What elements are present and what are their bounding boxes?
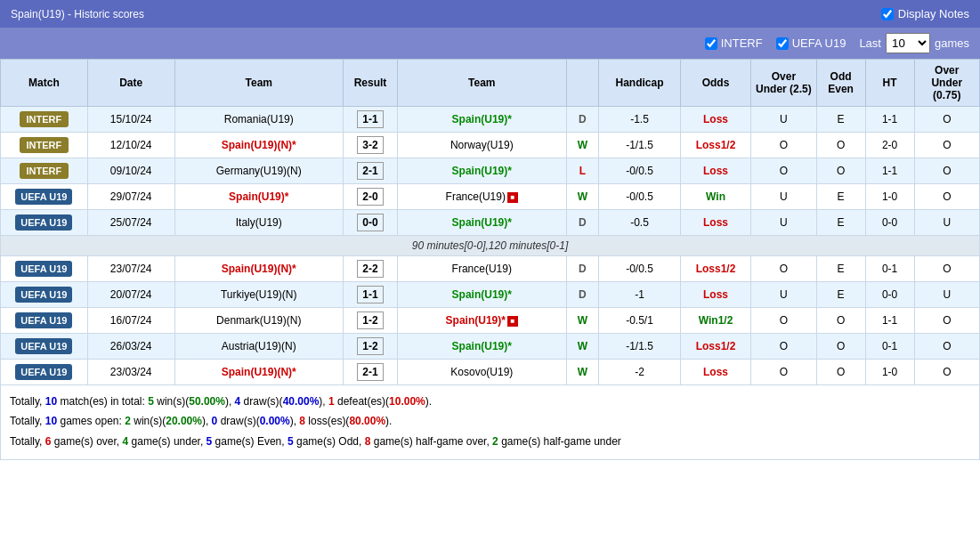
ou25-cell: U	[751, 184, 816, 210]
oe-cell: O	[816, 360, 865, 385]
odds-cell: Loss1/2	[680, 334, 750, 360]
team2-cell: France(U19)■	[398, 184, 566, 210]
match-type-cell: UEFA U19	[1, 308, 88, 334]
result-cell: 1-2	[343, 308, 397, 334]
oe-cell: O	[816, 133, 865, 158]
table-row: UEFA U19 23/03/24 Spain(U19)(N)* 2-1 Kos…	[1, 360, 980, 385]
summary-line3: Totally, 6 game(s) over, 4 game(s) under…	[10, 433, 970, 450]
team1-cell: Spain(U19)(N)*	[174, 256, 343, 282]
ou075-cell: O	[914, 334, 979, 360]
ht-cell: 1-1	[865, 107, 914, 133]
result-cell: 0-0	[343, 210, 397, 236]
ht-cell: 1-1	[865, 308, 914, 334]
page-title: Spain(U19) - Historic scores	[11, 8, 144, 20]
odds-cell: Loss	[680, 282, 750, 308]
team2-cell: Spain(U19)*	[398, 210, 566, 236]
uefa-label: UEFA U19	[792, 36, 846, 50]
direction-cell: W	[566, 184, 599, 210]
handicap-cell: -1.5	[599, 107, 681, 133]
date-cell: 29/07/24	[87, 184, 174, 210]
summary-line2: Totally, 10 games open: 2 win(s)(20.00%)…	[10, 412, 970, 430]
ou25-cell: U	[751, 210, 816, 236]
display-notes-checkbox[interactable]	[881, 8, 894, 20]
date-cell: 09/10/24	[87, 158, 174, 184]
last-label: Last	[859, 36, 881, 50]
result-cell: 3-2	[343, 133, 397, 158]
result-cell: 2-0	[343, 184, 397, 210]
ht-cell: 1-1	[865, 158, 914, 184]
match-badge-uefa: UEFA U19	[15, 261, 72, 277]
direction-cell: D	[566, 107, 599, 133]
result-cell: 2-2	[343, 256, 397, 282]
ou075-cell: O	[914, 158, 979, 184]
handicap-cell: -0/0.5	[599, 184, 681, 210]
direction-cell: D	[566, 210, 599, 236]
col-header-oe: Odd Even	[816, 60, 865, 107]
team2-cell: Spain(U19)*	[398, 107, 566, 133]
table-row: UEFA U19 23/07/24 Spain(U19)(N)* 2-2 Fra…	[1, 256, 980, 282]
table-row: INTERF 15/10/24 Romania(U19) 1-1 Spain(U…	[1, 107, 980, 133]
result-cell: 2-1	[343, 158, 397, 184]
ht-cell: 0-0	[865, 282, 914, 308]
separator-cell: 90 minutes[0-0],120 minutes[0-1]	[1, 236, 980, 256]
team2-cell: France(U19)	[398, 256, 566, 282]
filter-bar: INTERF UEFA U19 Last 5 10 15 20 25 30 ga…	[0, 28, 980, 59]
interf-checkbox[interactable]	[705, 37, 717, 50]
ou075-cell: U	[914, 282, 979, 308]
match-badge-uefa: UEFA U19	[15, 214, 72, 231]
ht-cell: 1-0	[865, 360, 914, 385]
oe-cell: E	[816, 210, 865, 236]
display-notes-container: Display Notes	[881, 7, 969, 20]
direction-cell: W	[566, 308, 599, 334]
ou075-cell: O	[914, 184, 979, 210]
match-type-cell: INTERF	[1, 133, 88, 158]
date-cell: 15/10/24	[87, 107, 174, 133]
col-header-handicap: Handicap	[599, 60, 681, 107]
team2-cell: Spain(U19)*■	[398, 308, 566, 334]
oe-cell: O	[816, 308, 865, 334]
match-type-cell: INTERF	[1, 107, 88, 133]
ht-cell: 0-1	[865, 334, 914, 360]
team1-cell: Romania(U19)	[174, 107, 343, 133]
team1-cell: Germany(U19)(N)	[174, 158, 343, 184]
direction-cell: D	[566, 256, 599, 282]
uefa-checkbox[interactable]	[776, 37, 789, 50]
direction-cell: L	[566, 158, 599, 184]
date-cell: 23/07/24	[87, 256, 174, 282]
ht-cell: 2-0	[865, 133, 914, 158]
odds-cell: Win	[680, 184, 750, 210]
games-label: games	[935, 36, 969, 50]
oe-cell: E	[816, 184, 865, 210]
direction-cell: D	[566, 282, 599, 308]
red-card-icon: ■	[507, 192, 518, 203]
result-cell: 1-2	[343, 334, 397, 360]
table-row: UEFA U19 25/07/24 Italy(U19) 0-0 Spain(U…	[1, 210, 980, 236]
oe-cell: E	[816, 256, 865, 282]
last-games-select[interactable]: 5 10 15 20 25 30	[886, 33, 930, 53]
oe-cell: E	[816, 107, 865, 133]
match-badge-uefa: UEFA U19	[15, 312, 72, 328]
team1-cell: Austria(U19)(N)	[174, 334, 343, 360]
header: Spain(U19) - Historic scores Display Not…	[0, 0, 980, 28]
date-cell: 25/07/24	[87, 210, 174, 236]
handicap-cell: -2	[599, 360, 681, 385]
date-cell: 20/07/24	[87, 282, 174, 308]
col-header-ou25: Over Under (2.5)	[751, 60, 816, 107]
handicap-cell: -0.5	[599, 210, 681, 236]
handicap-cell: -0/0.5	[599, 158, 681, 184]
match-badge-uefa: UEFA U19	[15, 189, 72, 205]
direction-cell: W	[566, 360, 599, 385]
separator-row: 90 minutes[0-0],120 minutes[0-1]	[1, 236, 980, 256]
ou25-cell: O	[751, 133, 816, 158]
ht-cell: 0-1	[865, 256, 914, 282]
result-cell: 2-1	[343, 360, 397, 385]
table-row: UEFA U19 29/07/24 Spain(U19)* 2-0 France…	[1, 184, 980, 210]
date-cell: 16/07/24	[87, 308, 174, 334]
table-row: INTERF 09/10/24 Germany(U19)(N) 2-1 Spai…	[1, 158, 980, 184]
match-type-cell: UEFA U19	[1, 184, 88, 210]
ou25-cell: O	[751, 256, 816, 282]
match-type-cell: UEFA U19	[1, 256, 88, 282]
ou25-cell: O	[751, 158, 816, 184]
odds-cell: Loss	[680, 158, 750, 184]
direction-cell: W	[566, 133, 599, 158]
